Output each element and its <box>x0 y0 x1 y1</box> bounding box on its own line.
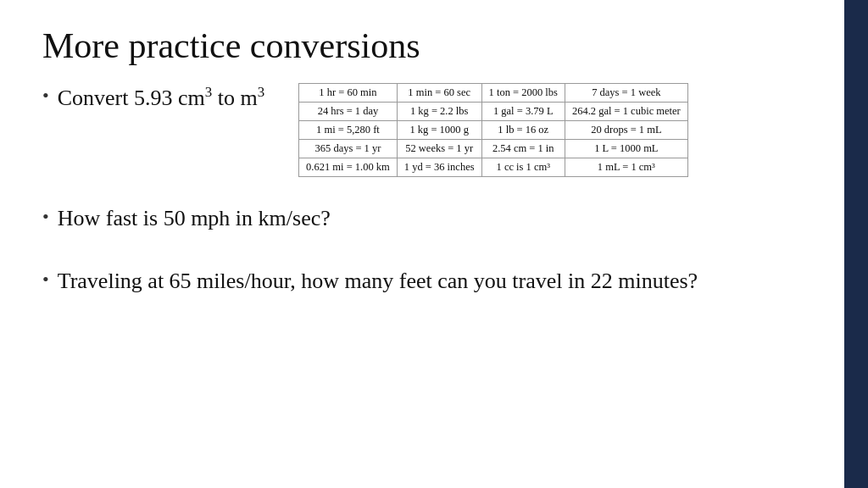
table-cell: 7 days = 1 week <box>565 84 687 103</box>
table-cell: 24 hrs = 1 day <box>299 103 398 121</box>
bullet-text-3: Traveling at 65 miles/hour, how many fee… <box>58 267 698 296</box>
table-cell: 1 lb = 16 oz <box>481 121 565 140</box>
table-cell: 1 min = 60 sec <box>397 84 481 103</box>
table-cell: 2.54 cm = 1 in <box>481 140 565 158</box>
table-cell: 52 weeks = 1 yr <box>397 140 481 158</box>
table-row: 24 hrs = 1 day1 kg = 2.2 lbs1 gal = 3.79… <box>299 103 688 121</box>
table-cell: 1 gal = 3.79 L <box>481 103 565 121</box>
bullet-item-2: • How fast is 50 mph in km/sec? <box>42 204 802 233</box>
table-row: 1 hr = 60 min1 min = 60 sec1 ton = 2000 … <box>299 84 688 103</box>
table-cell: 1 hr = 60 min <box>299 84 398 103</box>
table-row: 0.621 mi = 1.00 km1 yd = 36 inches1 cc i… <box>299 158 688 177</box>
table-cell: 1 mL = 1 cm³ <box>565 158 687 177</box>
table-cell: 264.2 gal = 1 cubic meter <box>565 103 687 121</box>
bullet-item-1: • Convert 5.93 cm3 to m3 <box>42 83 264 112</box>
table-cell: 365 days = 1 yr <box>299 140 398 158</box>
table-row: 365 days = 1 yr52 weeks = 1 yr2.54 cm = … <box>299 140 688 158</box>
slide-title: More practice conversions <box>42 25 802 66</box>
conversion-table: 1 hr = 60 min1 min = 60 sec1 ton = 2000 … <box>298 83 688 177</box>
table-cell: 1 mi = 5,280 ft <box>299 121 398 140</box>
table-cell: 1 cc is 1 cm³ <box>481 158 565 177</box>
table-cell: 1 ton = 2000 lbs <box>481 84 565 103</box>
first-bullet-row: • Convert 5.93 cm3 to m3 1 hr = 60 min1 … <box>42 83 802 177</box>
bullet-dot-1: • <box>42 85 49 107</box>
bullet-text-1: Convert 5.93 cm3 to m3 <box>58 83 264 112</box>
table-cell: 20 drops = 1 mL <box>565 121 687 140</box>
sidebar <box>844 0 868 488</box>
table-cell: 0.621 mi = 1.00 km <box>299 158 398 177</box>
content-area: • Convert 5.93 cm3 to m3 1 hr = 60 min1 … <box>42 83 802 296</box>
bullet-dot-2: • <box>42 206 49 228</box>
bullet-text-2: How fast is 50 mph in km/sec? <box>58 204 331 233</box>
table-cell: 1 kg = 1000 g <box>397 121 481 140</box>
table-cell: 1 L = 1000 mL <box>565 140 687 158</box>
table-cell: 1 yd = 36 inches <box>397 158 481 177</box>
bullet-dot-3: • <box>42 269 49 291</box>
table-row: 1 mi = 5,280 ft1 kg = 1000 g1 lb = 16 oz… <box>299 121 688 140</box>
slide: More practice conversions • Convert 5.93… <box>0 0 844 488</box>
table-cell: 1 kg = 2.2 lbs <box>397 103 481 121</box>
bullet-item-3: • Traveling at 65 miles/hour, how many f… <box>42 267 802 296</box>
